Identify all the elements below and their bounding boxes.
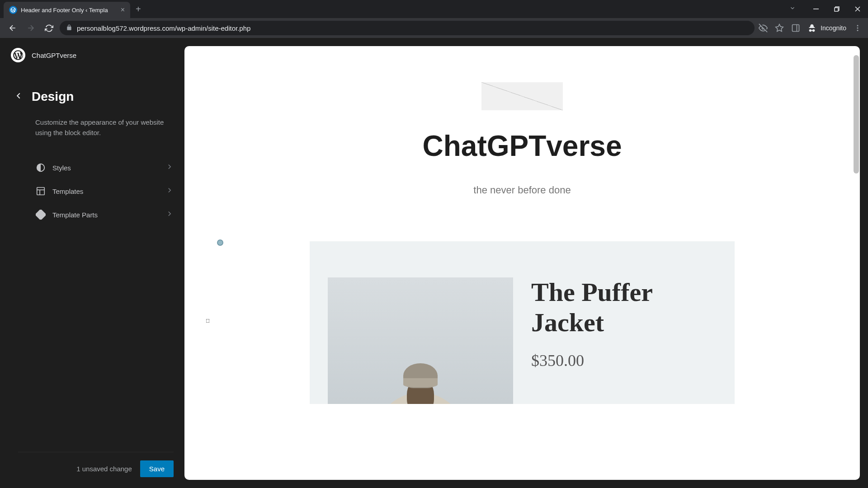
chevron-right-icon bbox=[165, 163, 174, 173]
back-icon[interactable] bbox=[14, 91, 24, 103]
styles-icon bbox=[35, 162, 46, 173]
canvas-content: ChatGPTverse the never before done The P… bbox=[184, 46, 860, 480]
chevron-right-icon bbox=[165, 210, 174, 220]
svg-rect-1 bbox=[835, 8, 838, 11]
svg-rect-8 bbox=[37, 188, 45, 195]
canvas-tagline[interactable]: the never before done bbox=[473, 184, 571, 196]
maximize-icon[interactable] bbox=[826, 0, 847, 18]
lock-icon bbox=[66, 24, 72, 32]
design-heading-row: Design bbox=[14, 89, 174, 104]
sidebar-menu: Styles Templates Template Parts bbox=[35, 156, 174, 226]
svg-marker-2 bbox=[776, 24, 783, 32]
window-controls bbox=[806, 0, 868, 18]
close-window-icon[interactable] bbox=[847, 0, 868, 18]
scrollbar[interactable] bbox=[854, 52, 859, 474]
sidebar-item-templates[interactable]: Templates bbox=[35, 179, 174, 203]
minimize-icon[interactable] bbox=[806, 0, 826, 18]
menu-item-label: Templates bbox=[52, 188, 159, 195]
menu-icon[interactable] bbox=[853, 23, 863, 33]
canvas-wrapper: ChatGPTverse the never before done The P… bbox=[184, 38, 868, 488]
scroll-thumb[interactable] bbox=[854, 55, 859, 174]
sidebar: ChatGPTverse Design Customize the appear… bbox=[0, 38, 184, 488]
browser-tab[interactable]: Header and Footer Only ‹ Templa × bbox=[4, 2, 130, 18]
canvas-site-title[interactable]: ChatGPTverse bbox=[422, 129, 622, 163]
incognito-label: Incognito bbox=[821, 24, 846, 32]
menu-item-label: Styles bbox=[52, 164, 159, 172]
address-bar-right: Incognito bbox=[758, 23, 863, 33]
sidebar-item-styles[interactable]: Styles bbox=[35, 156, 174, 179]
svg-point-7 bbox=[857, 30, 859, 31]
svg-rect-0 bbox=[813, 9, 819, 9]
reload-button[interactable] bbox=[42, 21, 56, 35]
star-icon[interactable] bbox=[774, 23, 784, 33]
cursor-icon: ⬚ bbox=[206, 317, 209, 324]
chevron-right-icon bbox=[165, 186, 174, 196]
indicator-dot-icon bbox=[217, 239, 223, 246]
eye-off-icon[interactable] bbox=[758, 23, 768, 33]
wordpress-logo-icon[interactable] bbox=[11, 48, 25, 62]
back-button[interactable] bbox=[5, 21, 20, 35]
url-input[interactable]: personalblog572.wordpress.com/wp-admin/s… bbox=[60, 21, 755, 35]
product-info: The Puffer Jacket $350.00 bbox=[531, 277, 717, 370]
close-tab-icon[interactable]: × bbox=[121, 6, 125, 14]
svg-point-6 bbox=[857, 28, 859, 29]
sidebar-header: ChatGPTverse bbox=[11, 48, 174, 62]
product-section[interactable]: The Puffer Jacket $350.00 bbox=[310, 241, 735, 404]
url-text: personalblog572.wordpress.com/wp-admin/s… bbox=[77, 24, 250, 32]
template-parts-icon bbox=[35, 209, 46, 220]
wordpress-favicon-icon bbox=[9, 6, 17, 14]
browser-tabs-bar: Header and Footer Only ‹ Templa × + bbox=[0, 0, 868, 18]
tabs-dropdown-icon[interactable] bbox=[789, 5, 796, 13]
site-name[interactable]: ChatGPTverse bbox=[32, 52, 76, 59]
menu-item-label: Template Parts bbox=[52, 211, 159, 219]
product-title[interactable]: The Puffer Jacket bbox=[531, 277, 717, 338]
forward-button[interactable] bbox=[24, 21, 38, 35]
editor-canvas[interactable]: ChatGPTverse the never before done The P… bbox=[184, 46, 860, 480]
templates-icon bbox=[35, 186, 46, 197]
product-price[interactable]: $350.00 bbox=[531, 351, 717, 370]
svg-rect-3 bbox=[793, 25, 799, 32]
svg-point-5 bbox=[857, 25, 859, 26]
svg-rect-11 bbox=[36, 210, 46, 220]
incognito-badge[interactable]: Incognito bbox=[807, 23, 846, 33]
unsaved-changes-text: 1 unsaved change bbox=[76, 465, 132, 473]
logo-placeholder[interactable] bbox=[481, 82, 563, 110]
sidebar-description: Customize the appearance of your website… bbox=[35, 117, 174, 138]
sidebar-item-template-parts[interactable]: Template Parts bbox=[35, 203, 174, 226]
site-editor-app: ChatGPTverse Design Customize the appear… bbox=[0, 38, 868, 488]
tab-title: Header and Footer Only ‹ Templa bbox=[21, 7, 117, 14]
address-bar: personalblog572.wordpress.com/wp-admin/s… bbox=[0, 18, 868, 38]
panel-icon[interactable] bbox=[791, 23, 801, 33]
new-tab-button[interactable]: + bbox=[136, 4, 141, 14]
save-button[interactable]: Save bbox=[140, 460, 174, 477]
product-image[interactable] bbox=[328, 277, 513, 404]
sidebar-footer: 1 unsaved change Save bbox=[18, 452, 174, 477]
sidebar-title: Design bbox=[32, 89, 74, 104]
